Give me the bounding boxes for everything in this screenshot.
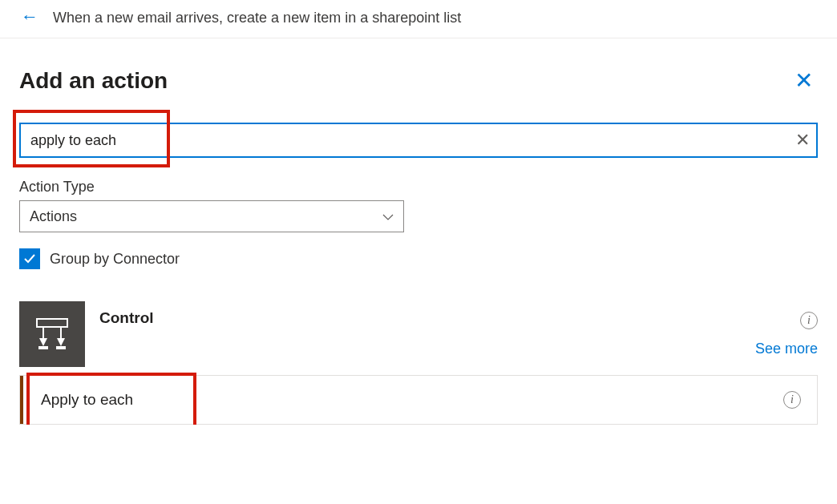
group-by-label: Group by Connector [50, 251, 180, 268]
svg-marker-4 [57, 338, 65, 346]
action-type-label: Action Type [19, 179, 818, 196]
add-action-panel: Add an action ✕ ✕ Action Type Actions Gr… [0, 38, 837, 425]
action-type-select[interactable]: Actions [19, 200, 404, 232]
back-arrow-icon[interactable]: ← [21, 8, 38, 26]
chevron-down-icon [382, 210, 394, 223]
control-connector-icon [19, 301, 85, 367]
action-item-label: Apply to each [41, 391, 133, 409]
info-icon[interactable]: i [800, 312, 818, 329]
info-icon[interactable]: i [783, 391, 801, 409]
connector-name: Control [99, 309, 154, 327]
close-icon[interactable]: ✕ [795, 67, 813, 94]
svg-rect-5 [38, 346, 48, 349]
connector-header-row: Control i See more [19, 301, 818, 367]
action-type-value: Actions [30, 208, 77, 225]
search-wrapper: ✕ [19, 123, 818, 158]
clear-search-icon[interactable]: ✕ [795, 130, 810, 151]
panel-header: Add an action ✕ [19, 67, 818, 94]
see-more-link[interactable]: See more [755, 341, 818, 357]
action-item-apply-to-each[interactable]: Apply to each i [19, 375, 818, 425]
panel-title: Add an action [19, 68, 168, 94]
svg-rect-0 [37, 319, 67, 327]
breadcrumb-title: When a new email arrives, create a new i… [53, 10, 461, 26]
svg-marker-3 [39, 338, 47, 346]
connector-left: Control [19, 301, 154, 367]
group-by-connector-row: Group by Connector [19, 248, 818, 269]
action-accent-bar [20, 376, 23, 424]
group-by-checkbox[interactable] [19, 248, 40, 269]
breadcrumb: ← When a new email arrives, create a new… [0, 0, 837, 38]
search-input[interactable] [19, 123, 818, 158]
svg-rect-6 [56, 346, 66, 349]
connector-right: i See more [755, 312, 818, 357]
